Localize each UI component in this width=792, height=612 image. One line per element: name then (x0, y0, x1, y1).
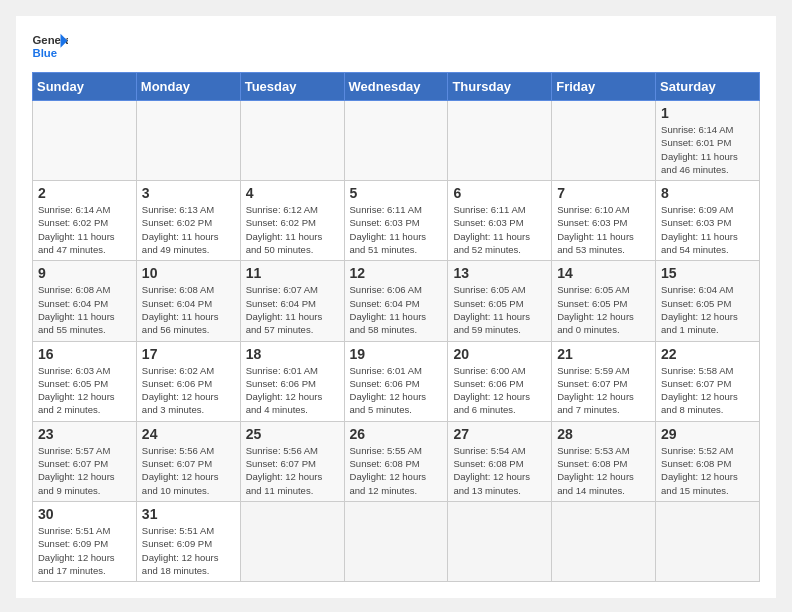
weekday-header-thursday: Thursday (448, 73, 552, 101)
day-info: Sunrise: 5:51 AMSunset: 6:09 PMDaylight:… (142, 524, 235, 577)
calendar-cell: 10Sunrise: 6:08 AMSunset: 6:04 PMDayligh… (136, 261, 240, 341)
day-info: Sunrise: 6:09 AMSunset: 6:03 PMDaylight:… (661, 203, 754, 256)
calendar-cell (136, 101, 240, 181)
day-info: Sunrise: 5:53 AMSunset: 6:08 PMDaylight:… (557, 444, 650, 497)
day-number: 24 (142, 426, 235, 442)
day-info: Sunrise: 5:56 AMSunset: 6:07 PMDaylight:… (142, 444, 235, 497)
day-number: 29 (661, 426, 754, 442)
weekday-header-saturday: Saturday (656, 73, 760, 101)
day-info: Sunrise: 6:04 AMSunset: 6:05 PMDaylight:… (661, 283, 754, 336)
calendar-cell (656, 501, 760, 581)
day-number: 20 (453, 346, 546, 362)
day-number: 11 (246, 265, 339, 281)
day-number: 28 (557, 426, 650, 442)
day-info: Sunrise: 6:12 AMSunset: 6:02 PMDaylight:… (246, 203, 339, 256)
calendar-page: General Blue SundayMondayTuesdayWednesda… (16, 16, 776, 598)
calendar-cell (552, 101, 656, 181)
day-number: 25 (246, 426, 339, 442)
calendar-cell: 14Sunrise: 6:05 AMSunset: 6:05 PMDayligh… (552, 261, 656, 341)
day-number: 26 (350, 426, 443, 442)
day-number: 17 (142, 346, 235, 362)
day-info: Sunrise: 6:07 AMSunset: 6:04 PMDaylight:… (246, 283, 339, 336)
day-info: Sunrise: 5:55 AMSunset: 6:08 PMDaylight:… (350, 444, 443, 497)
day-info: Sunrise: 5:58 AMSunset: 6:07 PMDaylight:… (661, 364, 754, 417)
day-info: Sunrise: 6:01 AMSunset: 6:06 PMDaylight:… (246, 364, 339, 417)
calendar-cell: 13Sunrise: 6:05 AMSunset: 6:05 PMDayligh… (448, 261, 552, 341)
weekday-header-sunday: Sunday (33, 73, 137, 101)
day-number: 4 (246, 185, 339, 201)
day-number: 23 (38, 426, 131, 442)
calendar-cell (344, 501, 448, 581)
day-number: 21 (557, 346, 650, 362)
day-info: Sunrise: 6:03 AMSunset: 6:05 PMDaylight:… (38, 364, 131, 417)
day-number: 6 (453, 185, 546, 201)
calendar-cell: 8Sunrise: 6:09 AMSunset: 6:03 PMDaylight… (656, 181, 760, 261)
calendar-cell: 20Sunrise: 6:00 AMSunset: 6:06 PMDayligh… (448, 341, 552, 421)
day-number: 16 (38, 346, 131, 362)
day-number: 31 (142, 506, 235, 522)
calendar-cell: 15Sunrise: 6:04 AMSunset: 6:05 PMDayligh… (656, 261, 760, 341)
day-info: Sunrise: 6:08 AMSunset: 6:04 PMDaylight:… (142, 283, 235, 336)
calendar-week-row: 1Sunrise: 6:14 AMSunset: 6:01 PMDaylight… (33, 101, 760, 181)
calendar-cell: 21Sunrise: 5:59 AMSunset: 6:07 PMDayligh… (552, 341, 656, 421)
svg-text:Blue: Blue (33, 47, 58, 59)
day-number: 15 (661, 265, 754, 281)
day-info: Sunrise: 6:08 AMSunset: 6:04 PMDaylight:… (38, 283, 131, 336)
weekday-header-wednesday: Wednesday (344, 73, 448, 101)
calendar-week-row: 16Sunrise: 6:03 AMSunset: 6:05 PMDayligh… (33, 341, 760, 421)
day-number: 12 (350, 265, 443, 281)
calendar-cell (448, 501, 552, 581)
calendar-cell: 30Sunrise: 5:51 AMSunset: 6:09 PMDayligh… (33, 501, 137, 581)
calendar-cell: 26Sunrise: 5:55 AMSunset: 6:08 PMDayligh… (344, 421, 448, 501)
calendar-cell: 27Sunrise: 5:54 AMSunset: 6:08 PMDayligh… (448, 421, 552, 501)
calendar-week-row: 9Sunrise: 6:08 AMSunset: 6:04 PMDaylight… (33, 261, 760, 341)
calendar-cell (33, 101, 137, 181)
calendar-cell: 11Sunrise: 6:07 AMSunset: 6:04 PMDayligh… (240, 261, 344, 341)
day-number: 10 (142, 265, 235, 281)
calendar-cell: 1Sunrise: 6:14 AMSunset: 6:01 PMDaylight… (656, 101, 760, 181)
weekday-header-friday: Friday (552, 73, 656, 101)
day-number: 30 (38, 506, 131, 522)
calendar-cell: 5Sunrise: 6:11 AMSunset: 6:03 PMDaylight… (344, 181, 448, 261)
day-number: 3 (142, 185, 235, 201)
day-number: 2 (38, 185, 131, 201)
logo: General Blue (32, 32, 68, 60)
day-info: Sunrise: 5:57 AMSunset: 6:07 PMDaylight:… (38, 444, 131, 497)
day-number: 19 (350, 346, 443, 362)
calendar-cell (552, 501, 656, 581)
calendar-cell: 19Sunrise: 6:01 AMSunset: 6:06 PMDayligh… (344, 341, 448, 421)
header: General Blue (32, 32, 760, 60)
calendar-cell: 31Sunrise: 5:51 AMSunset: 6:09 PMDayligh… (136, 501, 240, 581)
calendar-week-row: 2Sunrise: 6:14 AMSunset: 6:02 PMDaylight… (33, 181, 760, 261)
weekday-header-tuesday: Tuesday (240, 73, 344, 101)
day-info: Sunrise: 6:14 AMSunset: 6:01 PMDaylight:… (661, 123, 754, 176)
day-number: 22 (661, 346, 754, 362)
day-info: Sunrise: 6:00 AMSunset: 6:06 PMDaylight:… (453, 364, 546, 417)
day-info: Sunrise: 6:05 AMSunset: 6:05 PMDaylight:… (557, 283, 650, 336)
calendar-cell: 18Sunrise: 6:01 AMSunset: 6:06 PMDayligh… (240, 341, 344, 421)
day-number: 27 (453, 426, 546, 442)
calendar-cell: 28Sunrise: 5:53 AMSunset: 6:08 PMDayligh… (552, 421, 656, 501)
day-info: Sunrise: 6:11 AMSunset: 6:03 PMDaylight:… (453, 203, 546, 256)
weekday-header-monday: Monday (136, 73, 240, 101)
day-number: 9 (38, 265, 131, 281)
calendar-week-row: 23Sunrise: 5:57 AMSunset: 6:07 PMDayligh… (33, 421, 760, 501)
day-number: 5 (350, 185, 443, 201)
calendar-cell (240, 501, 344, 581)
calendar-cell: 25Sunrise: 5:56 AMSunset: 6:07 PMDayligh… (240, 421, 344, 501)
day-info: Sunrise: 6:14 AMSunset: 6:02 PMDaylight:… (38, 203, 131, 256)
calendar-week-row: 30Sunrise: 5:51 AMSunset: 6:09 PMDayligh… (33, 501, 760, 581)
day-info: Sunrise: 6:06 AMSunset: 6:04 PMDaylight:… (350, 283, 443, 336)
calendar-cell: 17Sunrise: 6:02 AMSunset: 6:06 PMDayligh… (136, 341, 240, 421)
calendar-cell: 16Sunrise: 6:03 AMSunset: 6:05 PMDayligh… (33, 341, 137, 421)
day-number: 14 (557, 265, 650, 281)
day-info: Sunrise: 5:51 AMSunset: 6:09 PMDaylight:… (38, 524, 131, 577)
day-info: Sunrise: 6:01 AMSunset: 6:06 PMDaylight:… (350, 364, 443, 417)
day-number: 7 (557, 185, 650, 201)
day-number: 18 (246, 346, 339, 362)
day-info: Sunrise: 6:13 AMSunset: 6:02 PMDaylight:… (142, 203, 235, 256)
day-info: Sunrise: 5:54 AMSunset: 6:08 PMDaylight:… (453, 444, 546, 497)
calendar-cell: 7Sunrise: 6:10 AMSunset: 6:03 PMDaylight… (552, 181, 656, 261)
calendar-cell: 9Sunrise: 6:08 AMSunset: 6:04 PMDaylight… (33, 261, 137, 341)
calendar-cell: 29Sunrise: 5:52 AMSunset: 6:08 PMDayligh… (656, 421, 760, 501)
